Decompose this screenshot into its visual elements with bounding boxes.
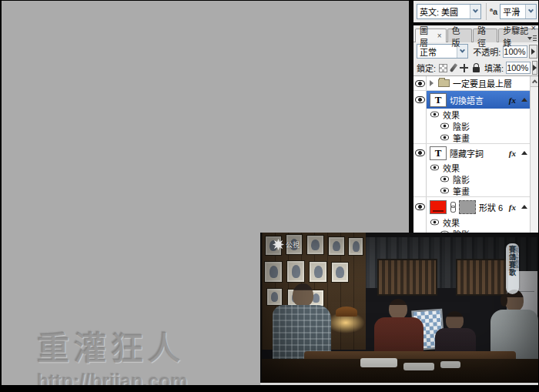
tv-station-logo-text: 公視 xyxy=(286,240,300,250)
collapse-effects-icon[interactable] xyxy=(521,98,527,102)
layers-panel-body: 正常 不透明: 100% 鎖定: 填滿: 100% xyxy=(413,42,539,233)
layers-panel: – × 圖層 × 色版 路徑 步驟記錄 正常 xyxy=(413,25,539,233)
expand-arrow-icon[interactable] xyxy=(430,80,434,86)
effect-content: 筆畫 xyxy=(427,132,539,143)
lock-pixels-icon[interactable] xyxy=(450,63,458,72)
photoshop-screenshot: 重灌狂人 http://briian.com 英文: 美國 ªa 平滑 – × … xyxy=(0,0,539,392)
minimize-icon[interactable]: – xyxy=(521,24,526,32)
tab-channels[interactable]: 色版 xyxy=(447,28,472,42)
eye-column xyxy=(413,132,427,143)
layer-row-shape[interactable]: 形狀 6 fx xyxy=(413,196,539,216)
language-select[interactable]: 英文: 美國 xyxy=(417,4,481,19)
eye-icon[interactable] xyxy=(430,165,439,171)
lock-position-icon[interactable] xyxy=(460,64,468,72)
effect-label: 陰影 xyxy=(453,120,470,132)
layer-effects-badge: fx xyxy=(509,203,516,212)
vignette-overlay xyxy=(262,233,539,383)
collapse-effects-icon[interactable] xyxy=(521,151,527,155)
lock-all-icon[interactable] xyxy=(473,67,480,72)
scroll-up-icon xyxy=(532,79,537,85)
effect-row[interactable]: 陰影 xyxy=(413,120,539,132)
tab-close-icon[interactable]: × xyxy=(437,32,442,40)
eye-icon[interactable] xyxy=(430,219,439,226)
lock-transparency-icon[interactable] xyxy=(439,64,447,72)
layer-content: T 隱藏字詞 fx xyxy=(427,144,539,162)
text-layer-thumbnail[interactable]: T xyxy=(430,146,447,160)
panel-window-controls: – × xyxy=(521,24,536,32)
layer-content: 一定要且最上層 xyxy=(427,76,539,90)
eye-column xyxy=(413,173,427,185)
lock-label: 鎖定: xyxy=(417,62,436,74)
language-select-value: 英文: 美國 xyxy=(417,5,470,18)
fill-spinner-button[interactable] xyxy=(532,61,537,75)
link-icon[interactable] xyxy=(450,202,456,213)
effects-header-label: 效果 xyxy=(443,216,460,229)
effects-header-label: 效果 xyxy=(443,162,460,174)
effects-header-label: 效果 xyxy=(443,109,460,121)
effects-header-row[interactable]: 效果 xyxy=(413,109,539,120)
layer-row-group[interactable]: 一定要且最上層 xyxy=(413,76,539,90)
effects-header-content: 效果 xyxy=(427,162,539,173)
close-icon[interactable]: × xyxy=(531,24,536,32)
eye-icon xyxy=(415,96,425,103)
visibility-toggle[interactable] xyxy=(413,144,427,162)
fill-input[interactable]: 100% xyxy=(506,62,531,74)
layer-name: 形狀 6 xyxy=(479,201,503,213)
effect-content: 陰影 xyxy=(427,173,539,185)
chevron-down-icon xyxy=(470,5,480,18)
layer-name: 切換語言 xyxy=(450,94,484,106)
lock-icons xyxy=(439,63,480,72)
eye-icon[interactable] xyxy=(440,176,449,183)
tab-layers[interactable]: 圖層 × xyxy=(415,28,447,42)
fill-label: 填滿: xyxy=(484,62,504,74)
eye-icon[interactable] xyxy=(440,188,449,194)
effect-row[interactable]: 筆畫 xyxy=(413,132,539,143)
eye-column xyxy=(413,109,427,120)
eye-column xyxy=(413,162,427,173)
effect-row[interactable]: 筆畫 xyxy=(413,185,539,196)
layer-name: 隱藏字詞 xyxy=(450,147,484,159)
screenshot-border xyxy=(0,0,2,392)
layer-row-text[interactable]: T 隱藏字詞 fx xyxy=(413,143,539,162)
layer-row-text-selected[interactable]: T 切換語言 fx xyxy=(413,90,539,109)
screenshot-border xyxy=(0,0,539,1)
eye-icon[interactable] xyxy=(430,112,439,118)
eye-icon[interactable] xyxy=(440,123,449,129)
eye-column xyxy=(413,120,427,132)
visibility-toggle[interactable] xyxy=(413,76,427,90)
shape-layer-thumbnail[interactable] xyxy=(430,200,447,214)
chevron-down-icon xyxy=(525,5,536,18)
folder-icon xyxy=(438,79,450,87)
effect-label: 筆畫 xyxy=(453,185,470,197)
effect-row[interactable]: 陰影 xyxy=(413,173,539,185)
visibility-toggle[interactable] xyxy=(413,197,427,216)
watermark-title: 重灌狂人 xyxy=(37,322,188,369)
antialias-select-value: 平滑 xyxy=(500,5,525,18)
eye-column xyxy=(413,185,427,196)
panel-menu-icon[interactable] xyxy=(527,35,537,42)
effects-header-row[interactable]: 效果 xyxy=(413,162,539,173)
spinner-arrow-icon xyxy=(533,65,537,71)
antialias-icon: ªa xyxy=(490,7,497,16)
effects-header-content: 效果 xyxy=(427,216,539,228)
effect-label: 陰影 xyxy=(453,173,470,186)
watermark: 重灌狂人 http://briian.com xyxy=(37,322,188,392)
vector-mask-thumbnail[interactable] xyxy=(459,200,476,214)
sunburst-logo-icon xyxy=(273,239,284,250)
program-title-banner: 賽鴿賽歌 公視人生劇展 xyxy=(506,243,519,294)
effects-header-content: 效果 xyxy=(427,109,539,120)
screenshot-border xyxy=(0,385,539,392)
visibility-toggle[interactable] xyxy=(413,91,427,109)
collapse-effects-icon[interactable] xyxy=(521,205,527,209)
effects-header-row[interactable]: 效果 xyxy=(413,216,539,228)
text-layer-thumbnail[interactable]: T xyxy=(430,93,447,107)
eye-icon xyxy=(415,149,425,156)
layer-effects-badge: fx xyxy=(509,95,516,105)
layer-effects-badge: fx xyxy=(509,149,516,158)
eye-icon[interactable] xyxy=(440,135,449,141)
antialias-select[interactable]: 平滑 xyxy=(500,4,537,19)
eye-icon xyxy=(415,203,425,210)
tab-paths-label: 路徑 xyxy=(477,24,493,49)
tab-paths[interactable]: 路徑 xyxy=(473,28,497,42)
eye-column xyxy=(413,216,427,228)
